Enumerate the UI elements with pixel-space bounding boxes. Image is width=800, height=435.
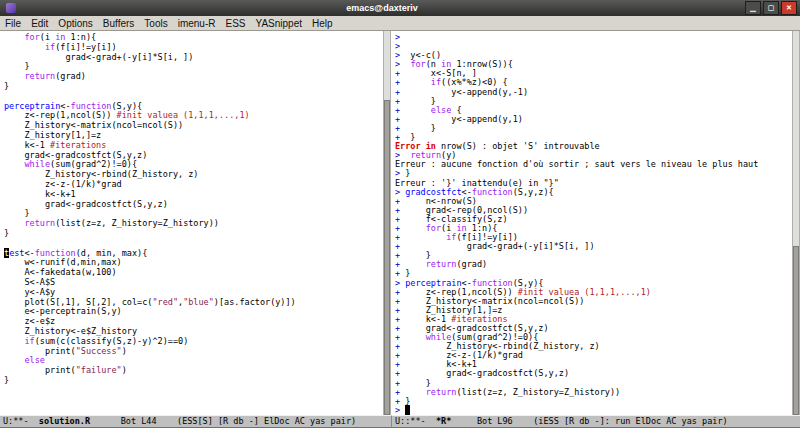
code-line: + y<-append(y,-1) xyxy=(395,88,792,97)
code-line: > xyxy=(395,33,792,42)
minibuffer[interactable] xyxy=(0,428,800,435)
left-scrollbar-thumb[interactable] xyxy=(384,100,390,415)
menu-item-help[interactable]: Help xyxy=(307,18,338,29)
emacs-icon xyxy=(6,3,16,13)
code-line: } xyxy=(4,82,383,92)
menu-item-ess[interactable]: ESS xyxy=(220,18,250,29)
window-buttons: ▁ ▢ ✕ xyxy=(745,1,797,15)
menu-item-file[interactable]: File xyxy=(0,18,26,29)
code-line: print("Success") xyxy=(4,347,383,357)
left-scrollbar[interactable] xyxy=(383,31,391,415)
code-line: + grad<-grad+(-y[i]*S[i, ]) xyxy=(395,242,792,251)
menu-item-buffers[interactable]: Buffers xyxy=(98,18,140,29)
code-line: } xyxy=(4,229,383,239)
menu-bar: FileEditOptionsBuffersToolsimenu-RESSYAS… xyxy=(0,16,800,31)
maximize-button[interactable]: ▢ xyxy=(763,1,779,15)
code-line: + y<-append(y,1) xyxy=(395,115,792,124)
mode-lines: U:**- solution.R Bot L44 (ESS[S] [R db -… xyxy=(0,415,800,428)
menu-item-yasnippet[interactable]: YASnippet xyxy=(251,18,308,29)
menu-item-options[interactable]: Options xyxy=(53,18,97,29)
code-line: + grad<-gradcostfct(S,y,z) xyxy=(395,369,792,378)
right-scrollbar[interactable] xyxy=(792,31,800,415)
code-line: grad<-gradcostfct(S,y,z) xyxy=(4,200,383,210)
close-button[interactable]: ✕ xyxy=(781,1,797,15)
code-line: + } xyxy=(395,397,792,406)
menu-item-edit[interactable]: Edit xyxy=(26,18,53,29)
code-line: } xyxy=(4,376,383,386)
console-window[interactable]: > > > y<-c()> for(n in 1:nrow(S)){+ x<-S… xyxy=(391,31,792,415)
source-window[interactable]: for(i in 1:n){ if(f[i]!=y[i]) grad<-grad… xyxy=(0,31,383,415)
code-line: return(list(z=z, Z_history=Z_history)) xyxy=(4,219,383,229)
code-line: Erreur : aucune fonction d'où sortir ; s… xyxy=(395,160,792,169)
code-line: U::**- *R* Bot L96 (iESS [R db -]: run E… xyxy=(395,416,800,427)
code-line: + return(grad) xyxy=(395,260,792,269)
right-scrollbar-thumb[interactable] xyxy=(793,246,799,415)
modeline-console[interactable]: U::**- *R* Bot L96 (iESS [R db -]: run E… xyxy=(391,415,800,428)
window-title: emacs@daxteriv xyxy=(19,3,745,13)
code-line: + } xyxy=(395,124,792,133)
code-line: print("failure") xyxy=(4,366,383,376)
menu-item-imenu-r[interactable]: imenu-R xyxy=(173,18,221,29)
menu-item-tools[interactable]: Tools xyxy=(139,18,172,29)
code-line: return(grad) xyxy=(4,72,383,82)
minimize-button[interactable]: ▁ xyxy=(745,1,761,15)
code-line: S<-A$S xyxy=(4,278,383,288)
code-line: grad<-grad+(-y[i]*S[i, ]) xyxy=(4,53,383,63)
code-line: A<-fakedata(w,100) xyxy=(4,268,383,278)
code-line: U:**- solution.R Bot L44 (ESS[S] [R db -… xyxy=(3,416,391,427)
code-line: e<-perceptrain(S,y) xyxy=(4,307,383,317)
modeline-source[interactable]: U:**- solution.R Bot L44 (ESS[S] [R db -… xyxy=(0,415,391,428)
frame-body: for(i in 1:n){ if(f[i]!=y[i]) grad<-grad… xyxy=(0,31,800,415)
code-line: + return(list(z=z, Z_history=Z_history)) xyxy=(395,388,792,397)
code-line: > xyxy=(395,42,792,51)
code-line: > xyxy=(395,406,792,415)
title-bar: emacs@daxteriv ▁ ▢ ✕ xyxy=(0,0,800,16)
